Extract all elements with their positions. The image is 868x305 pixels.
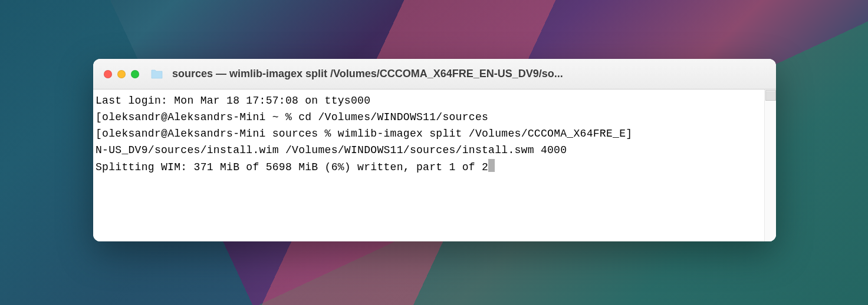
folder-icon	[150, 69, 163, 79]
shell-command-continuation: N-US_DV9/sources/install.wim /Volumes/WI…	[96, 144, 567, 156]
terminal-window: sources — wimlib-imagex split /Volumes/C…	[93, 59, 776, 241]
maximize-button[interactable]	[131, 70, 139, 78]
scrollbar[interactable]	[764, 89, 776, 241]
terminal-cursor	[488, 159, 495, 172]
close-button[interactable]	[104, 70, 112, 78]
shell-prompt: oleksandr@Aleksandrs-Mini sources %	[102, 128, 338, 140]
window-title: sources — wimlib-imagex split /Volumes/C…	[172, 68, 765, 80]
title-bar[interactable]: sources — wimlib-imagex split /Volumes/C…	[93, 59, 776, 89]
shell-prompt: oleksandr@Aleksandrs-Mini ~ %	[102, 111, 298, 123]
progress-output: Splitting WIM: 371 MiB of 5698 MiB (6%) …	[96, 161, 488, 173]
shell-command: cd /Volumes/WINDOWS11/sources	[298, 111, 488, 123]
scrollbar-up-button[interactable]	[765, 90, 776, 101]
terminal-content[interactable]: Last login: Mon Mar 18 17:57:08 on ttys0…	[93, 89, 764, 241]
prompt-bracket: [	[96, 111, 102, 123]
minimize-button[interactable]	[117, 70, 126, 78]
prompt-bracket: ]	[626, 128, 632, 140]
shell-command: wimlib-imagex split /Volumes/CCCOMA_X64F…	[338, 128, 626, 140]
prompt-bracket: [	[96, 128, 102, 140]
terminal-body: Last login: Mon Mar 18 17:57:08 on ttys0…	[93, 89, 776, 241]
last-login-line: Last login: Mon Mar 18 17:57:08 on ttys0…	[96, 95, 370, 107]
traffic-lights	[104, 70, 139, 78]
